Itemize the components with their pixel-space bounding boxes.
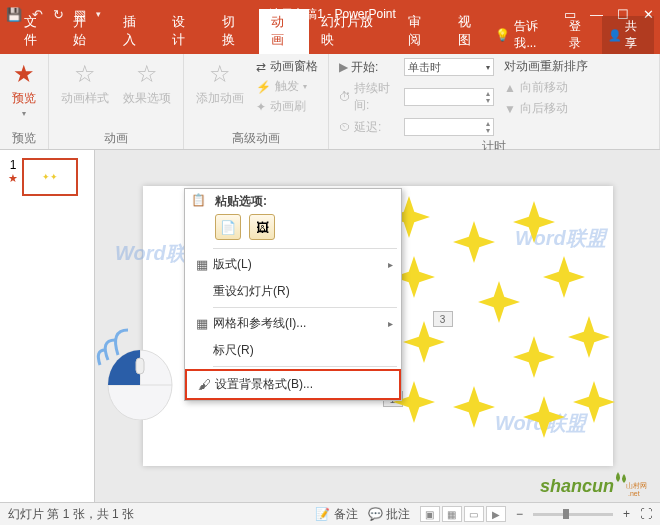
four-point-star-icon xyxy=(403,321,445,363)
tellme-icon: 💡 xyxy=(495,28,510,42)
svg-text:山村网: 山村网 xyxy=(626,482,647,489)
tab-signin[interactable]: 登录 xyxy=(569,18,592,52)
zoom-slider[interactable] xyxy=(533,513,613,516)
star-outline-icon: ☆ xyxy=(136,60,158,88)
format-bg-icon: 🖌 xyxy=(193,377,215,392)
four-point-star-icon xyxy=(543,256,585,298)
chevron-down-icon: ▾ xyxy=(486,63,490,72)
normal-view-icon[interactable]: ▣ xyxy=(420,506,440,522)
animation-painter-button[interactable]: ✦动画刷 xyxy=(256,98,318,115)
tab-animations[interactable]: 动画 xyxy=(259,9,308,54)
chevron-down-icon: ▾ xyxy=(22,109,26,118)
thumb-number: 1 xyxy=(10,158,17,172)
zoom-out-icon[interactable]: − xyxy=(516,507,523,521)
grid-icon: ▦ xyxy=(191,316,213,331)
animation-pane-button[interactable]: ⇄动画窗格 xyxy=(256,58,318,75)
star-icon: ★ xyxy=(13,60,35,88)
ribbon-group-preview: ★ 预览 ▾ 预览 xyxy=(0,54,49,149)
paste-options-label: 粘贴选项: xyxy=(185,189,401,212)
undo-icon[interactable]: ↶ xyxy=(32,7,43,22)
brush-icon: ✦ xyxy=(256,100,266,114)
animation-indicator-icon: ★ xyxy=(8,172,18,185)
tab-design[interactable]: 设计 xyxy=(160,9,209,54)
clock-icon: ⏱ xyxy=(339,90,351,104)
pane-icon: ⇄ xyxy=(256,60,266,74)
tab-home[interactable]: 开始 xyxy=(61,9,110,54)
ribbon-group-advanced: ☆ 添加动画 ⇄动画窗格 ⚡触发▾ ✦动画刷 高级动画 xyxy=(184,54,329,149)
start-select[interactable]: 单击时▾ xyxy=(404,58,494,76)
redo-icon[interactable]: ↻ xyxy=(53,7,64,22)
arrow-up-icon: ▲ xyxy=(504,81,516,95)
shancun-logo: shancun 山村网 .net xyxy=(540,470,650,500)
clipboard-icon: 📋 xyxy=(191,193,206,207)
move-later-button[interactable]: ▼向后移动 xyxy=(504,100,588,117)
svg-text:.net: .net xyxy=(628,490,640,497)
thumb-preview: ✦✦ xyxy=(22,158,78,196)
notes-button[interactable]: 📝 备注 xyxy=(315,506,357,523)
sorter-view-icon[interactable]: ▦ xyxy=(442,506,462,522)
context-item-layout[interactable]: ▦ 版式(L) ▸ xyxy=(185,251,401,278)
ribbon-tabs: 文件 开始 插入 设计 切换 动画 幻灯片放映 审阅 视图 💡 告诉我... 登… xyxy=(0,28,660,54)
start-slideshow-icon[interactable]: ▧ xyxy=(74,7,86,22)
move-earlier-button[interactable]: ▲向前移动 xyxy=(504,79,588,96)
zoom-in-icon[interactable]: + xyxy=(623,507,630,521)
ribbon-group-animation: ☆ 动画样式 ☆ 效果选项 动画 xyxy=(49,54,184,149)
preview-button[interactable]: ★ 预览 ▾ xyxy=(10,58,38,120)
context-menu: 📋 粘贴选项: 📄 🖼 ▦ 版式(L) ▸ 重设幻灯片(R) ▦ 网格和参考线(… xyxy=(184,188,402,401)
effect-options-button[interactable]: ☆ 效果选项 xyxy=(121,58,173,109)
four-point-star-icon xyxy=(453,221,495,263)
comments-icon: 💬 xyxy=(368,507,383,521)
tab-tellme[interactable]: 告诉我... xyxy=(514,18,559,52)
four-point-star-icon xyxy=(523,396,565,438)
notes-icon: 📝 xyxy=(315,507,330,521)
save-icon[interactable]: 💾 xyxy=(6,7,22,22)
animation-styles-button[interactable]: ☆ 动画样式 xyxy=(59,58,111,109)
context-item-ruler[interactable]: 标尺(R) xyxy=(185,337,401,364)
bolt-icon: ⚡ xyxy=(256,80,271,94)
slide-thumbnails: 1 ★ ✦✦ xyxy=(0,150,95,502)
star-plus-icon: ☆ xyxy=(209,60,231,88)
status-bar: 幻灯片 第 1 张，共 1 张 📝 备注 💬 批注 ▣ ▦ ▭ ▶ − + ⛶ xyxy=(0,502,660,525)
four-point-star-icon xyxy=(573,381,615,423)
paste-keep-source-icon[interactable]: 📄 xyxy=(215,214,241,240)
context-item-reset[interactable]: 重设幻灯片(R) xyxy=(185,278,401,305)
context-item-grid[interactable]: ▦ 网格和参考线(I)... ▸ xyxy=(185,310,401,337)
tab-transitions[interactable]: 切换 xyxy=(210,9,259,54)
tab-review[interactable]: 审阅 xyxy=(396,9,445,54)
reorder-label: 对动画重新排序 xyxy=(504,58,588,75)
delay-icon: ⏲ xyxy=(339,120,351,134)
arrow-down-icon: ▼ xyxy=(504,102,516,116)
add-animation-button[interactable]: ☆ 添加动画 xyxy=(194,58,246,109)
fit-to-window-icon[interactable]: ⛶ xyxy=(640,507,652,521)
mouse-illustration xyxy=(90,310,185,420)
four-point-star-icon xyxy=(478,281,520,323)
four-point-star-icon xyxy=(513,201,555,243)
slideshow-view-icon[interactable]: ▶ xyxy=(486,506,506,522)
play-icon: ▶ xyxy=(339,60,348,74)
slide-counter: 幻灯片 第 1 张，共 1 张 xyxy=(8,506,134,523)
star-outline-icon: ☆ xyxy=(74,60,96,88)
tab-slideshow[interactable]: 幻灯片放映 xyxy=(309,9,397,54)
four-point-star-icon xyxy=(568,316,610,358)
delay-field[interactable]: ▴▾ xyxy=(404,118,494,136)
paste-picture-icon[interactable]: 🖼 xyxy=(249,214,275,240)
share-button[interactable]: 👤 共享 xyxy=(602,16,654,54)
slide-thumbnail-1[interactable]: 1 ★ ✦✦ xyxy=(8,158,86,196)
qat-dropdown-icon[interactable]: ▾ xyxy=(96,9,101,19)
ribbon: ★ 预览 ▾ 预览 ☆ 动画样式 ☆ 效果选项 动画 ☆ 添加动画 xyxy=(0,54,660,150)
four-point-star-icon xyxy=(513,336,555,378)
context-item-format-background[interactable]: 🖌 设置背景格式(B)... xyxy=(185,369,401,400)
svg-text:shancun: shancun xyxy=(540,476,614,496)
svg-rect-1 xyxy=(136,358,144,374)
share-icon: 👤 xyxy=(608,29,622,42)
duration-field[interactable]: ▴▾ xyxy=(404,88,494,106)
trigger-button[interactable]: ⚡触发▾ xyxy=(256,78,318,95)
tab-view[interactable]: 视图 xyxy=(446,9,495,54)
chevron-right-icon: ▸ xyxy=(388,259,393,270)
chevron-right-icon: ▸ xyxy=(388,318,393,329)
reading-view-icon[interactable]: ▭ xyxy=(464,506,484,522)
four-point-star-icon xyxy=(453,386,495,428)
ribbon-group-timing: ▶开始: 单击时▾ ⏱持续时间: ▴▾ ⏲延迟: ▴▾ 对动画重新排序 ▲向前移… xyxy=(329,54,660,149)
tab-insert[interactable]: 插入 xyxy=(111,9,160,54)
comments-button[interactable]: 💬 批注 xyxy=(368,506,410,523)
